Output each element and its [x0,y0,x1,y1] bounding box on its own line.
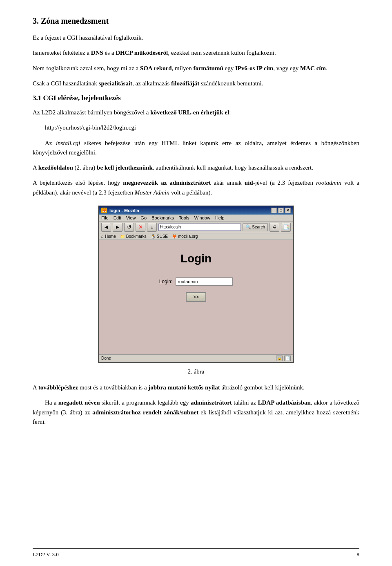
login-form-row: Login: [159,277,233,286]
login-page-title: Login [180,252,212,265]
menu-bookmarks[interactable]: Bookmarks [151,215,174,220]
intro-p4: Csak a CGI használatának specialitásait,… [33,79,359,88]
back-button[interactable]: ◄ [101,223,111,232]
mozilla-bk-icon: 🦊 [172,234,177,239]
address-bar [158,224,241,231]
home-bk-icon: ⌂ [101,234,104,239]
status-text: Done [101,356,111,360]
intro-p3: Nem foglalkozunk azzal sem, hogy mi az a… [33,64,359,73]
browser-screenshot: 🦊 login - Mozilla _ □ ✕ File Edit View G… [98,206,294,363]
status-icon-1: 🔒 [276,356,283,361]
section31-p3: A kezdőoldalon (2. ábra) be kell jelentk… [33,163,359,172]
bottom-p1: A továbblépéshez most és a továbbiakban … [33,383,359,392]
maximize-button[interactable]: □ [278,208,284,213]
close-button[interactable]: ✕ [285,208,291,213]
status-icons: 🔒 📄 [276,356,291,361]
search-label: Search [252,225,265,229]
titlebar-left: 🦊 login - Mozilla [101,208,139,213]
footer: L2D2 V. 3.0 8 [33,548,359,558]
search-button[interactable]: 🔍 Search [243,223,268,231]
address-input[interactable] [158,224,241,231]
suse-bk-icon: 🐧 [151,234,156,239]
minimize-button[interactable]: _ [271,208,277,213]
intro-p2: Ismereteket feltételez a DNS és a DHCP m… [33,48,359,58]
home-button[interactable]: ⌂ [147,223,157,232]
browser-title: login - Mozilla [109,208,139,213]
submit-button[interactable]: >> [186,292,206,302]
bookmark-btn[interactable]: 📑 [281,223,291,232]
search-icon: 🔍 [245,224,251,230]
section31-url: http://yourhost/cgi-bin/l2d2/login.cgi [45,123,359,132]
status-icon-2: 📄 [284,356,291,361]
bookmark-bookmarks[interactable]: 📁 Bookmarks [120,234,147,239]
browser-bookmarks-bar: ⌂ Home 📁 Bookmarks 🐧 SUSE 🦊 mozilla.org [99,233,293,240]
menu-help[interactable]: Help [215,215,225,220]
menu-go[interactable]: Go [140,215,147,220]
menu-edit[interactable]: Edit [114,215,121,220]
bottom-p2: Ha a megadott néven sikerült a programna… [33,398,359,427]
browser-window-controls: _ □ ✕ [271,208,291,213]
reload-button[interactable]: ↺ [124,223,134,232]
browser-menubar: File Edit View Go Bookmarks Tools Window… [99,215,293,221]
folder-bk-icon: 📁 [120,234,125,239]
browser-icon: 🦊 [101,208,107,213]
footer-left: L2D2 V. 3.0 [33,551,59,558]
menu-window[interactable]: Window [194,215,210,220]
menu-file[interactable]: File [101,215,109,220]
bookmark-suse[interactable]: 🐧 SUSE [151,234,168,239]
login-url-link[interactable]: http://yourhost/cgi-bin/l2d2/login.cgi [45,124,136,131]
section31-title: 3.1 CGI elérése, bejelentkezés [33,94,359,102]
browser-content: Login Login: >> [99,240,293,354]
figure-caption: 2. ábra [33,367,359,376]
menu-view[interactable]: View [126,215,136,220]
intro-p1: Ez a fejezet a CGI használatával foglalk… [33,33,359,43]
chapter-title: 3. Zóna menedzsment [33,16,359,26]
browser-toolbar: ◄ ► ↺ ✕ ⌂ 🔍 Search 🖨 📑 [99,221,293,233]
section31-p2: Az install.cgi sikeres befejezése után e… [33,139,359,158]
stop-button[interactable]: ✕ [136,223,145,232]
browser-titlebar: 🦊 login - Mozilla _ □ ✕ [99,206,293,215]
browser-statusbar: Done 🔒 📄 [99,354,293,362]
section31-p4: A bejelentkezés első lépése, hogy megnev… [33,178,359,197]
forward-button[interactable]: ► [113,223,122,232]
bookmark-mozilla[interactable]: 🦊 mozilla.org [172,234,198,239]
print-button[interactable]: 🖨 [270,223,279,232]
bookmark-home[interactable]: ⌂ Home [101,234,116,239]
login-input[interactable] [176,277,233,286]
login-field-label: Login: [159,279,173,284]
footer-right: 8 [357,551,360,558]
menu-tools[interactable]: Tools [179,215,189,220]
section31-p1: Az L2D2 alkalmazást bármilyen böngészőve… [33,108,359,117]
